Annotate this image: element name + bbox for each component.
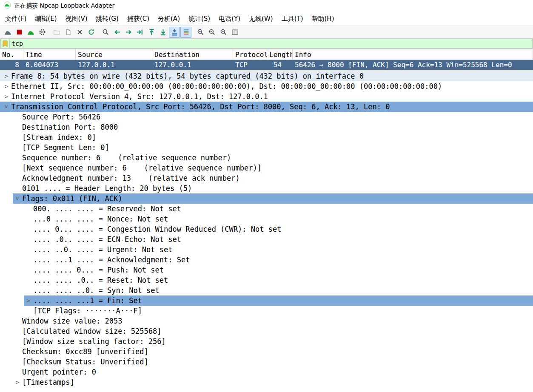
detail-row[interactable]: 0101 .... = Header Length: 20 bytes (5) [0,183,533,193]
detail-row[interactable]: Source Port: 56426 [0,112,533,122]
detail-row-body: Sequence number: 6 (relative sequence nu… [13,153,533,163]
close-file-button[interactable] [74,27,85,38]
bookmark-icon[interactable] [0,39,10,48]
chevron-right-icon[interactable]: > [13,377,22,387]
packet-details: >Frame 8: 54 bytes on wire (432 bits), 5… [0,71,533,392]
column-header-time[interactable]: Time [23,49,76,60]
go-first-packet-button[interactable] [146,27,157,38]
detail-row[interactable]: >Flags: 0x011 (FIN, ACK) [0,193,533,204]
go-forward-button[interactable] [123,27,134,38]
title-bar[interactable]: 正在捕获 Npcap Loopback Adapter [0,0,533,12]
detail-row-body: [Calculated window size: 525568] [13,326,533,336]
menu-go[interactable]: 跳转(G) [92,13,123,25]
column-header-length[interactable]: Length [267,49,293,60]
detail-row[interactable]: .... ...1 .... = Acknowledgment: Set [0,255,533,265]
open-file-button[interactable] [51,27,62,38]
column-header-destination[interactable]: Destination [152,49,233,60]
menu-edit[interactable]: 编辑(E) [31,13,61,25]
detail-row[interactable]: .... ..0. .... = Urgent: Not set [0,244,533,255]
detail-row[interactable]: [Calculated window size: 525568] [0,326,533,336]
column-header-protocol[interactable]: Protocol [233,49,267,60]
gear-icon [38,28,46,36]
start-capture-button[interactable] [2,27,13,38]
detail-row[interactable]: [Window size scaling factor: 256] [0,336,533,347]
detail-text: Ethernet II, Src: 00:00:00_00:00:00 (00:… [11,81,442,91]
packet-row[interactable]: 8 0.004073 127.0.0.1 127.0.0.1 TCP 54 56… [0,60,533,70]
detail-row[interactable]: Sequence number: 6 (relative sequence nu… [0,153,533,163]
detail-row[interactable]: [TCP Flags: ·······A···F] [0,306,533,316]
menu-statistics[interactable]: 统计(S) [184,13,214,25]
detail-row[interactable]: >Ethernet II, Src: 00:00:00_00:00:00 (00… [0,81,533,91]
menu-wireless[interactable]: 无线(W) [245,13,277,25]
zoom-out-button[interactable] [206,27,217,38]
menu-help[interactable]: 帮助(H) [308,13,339,25]
menu-capture[interactable]: 捕获(C) [123,13,154,25]
filter-input[interactable] [10,39,533,48]
detail-row[interactable]: .... .0.. .... = ECN-Echo: Not set [0,234,533,244]
go-back-button[interactable] [111,27,123,38]
indent-spacer [0,122,13,132]
save-file-button[interactable] [63,27,74,38]
auto-scroll-button[interactable] [169,27,180,38]
detail-row[interactable]: Urgent pointer: 0 [0,367,533,377]
menu-telephony[interactable]: 电话(Y) [214,13,245,25]
resize-columns-button[interactable] [229,27,240,38]
detail-row[interactable]: >[Timestamps] [0,377,533,387]
detail-text: .... .0.. .... = ECN-Echo: Not set [33,234,181,244]
detail-row[interactable]: Acknowledgment number: 13 (relative ack … [0,173,533,183]
indent-spacer [0,183,13,193]
zoom-in-button[interactable] [195,27,206,38]
column-header-source[interactable]: Source [76,49,152,60]
detail-row[interactable]: [Checksum Status: Unverified] [0,357,533,367]
detail-row[interactable]: Destination Port: 8000 [0,122,533,132]
chevron-right-icon[interactable]: > [24,295,33,306]
chevron-right-icon[interactable]: > [2,91,11,102]
detail-row[interactable]: >Frame 8: 54 bytes on wire (432 bits), 5… [0,71,533,81]
capture-options-button[interactable] [37,27,48,38]
arrow-to-top-icon [148,28,156,36]
detail-row[interactable]: >Transmission Control Protocol, Src Port… [0,102,533,112]
chevron-down-icon[interactable]: > [12,194,23,203]
resize-columns-icon [231,28,239,36]
detail-row[interactable]: .... .... ..0. = Syn: Not set [0,285,533,295]
indent-spacer [0,163,13,173]
find-packet-button[interactable] [100,27,111,38]
detail-row[interactable]: .... .... 0... = Push: Not set [0,265,533,275]
zoom-reset-button[interactable] [218,27,229,38]
chevron-down-icon[interactable]: > [1,102,11,111]
detail-row[interactable]: >Internet Protocol Version 4, Src: 127.0… [0,91,533,102]
go-last-packet-button[interactable] [157,27,168,38]
detail-row[interactable]: ...0 .... .... = Nonce: Not set [0,214,533,224]
colorize-button[interactable] [180,27,191,38]
detail-row[interactable]: 000. .... .... = Reserved: Not set [0,204,533,214]
column-header-no[interactable]: No. [0,49,23,60]
column-header-info[interactable]: Info [293,49,533,60]
chevron-right-icon[interactable]: > [2,71,11,81]
detail-row[interactable]: .... .... .0.. = Reset: Not set [0,275,533,285]
indent-spacer [0,132,13,142]
reload-button[interactable] [86,27,97,38]
indent-spacer [0,275,24,285]
detail-row-body: 0101 .... = Header Length: 20 bytes (5) [13,183,533,193]
detail-row-body: [TCP Segment Len: 0] [13,142,533,153]
detail-row[interactable]: [TCP Segment Len: 0] [0,142,533,153]
restart-capture-button[interactable] [25,27,36,38]
menu-tools[interactable]: 工具(T) [277,13,308,25]
detail-text: .... .... 0... = Push: Not set [33,265,164,275]
menu-view[interactable]: 视图(V) [61,13,92,25]
detail-row-body: >Internet Protocol Version 4, Src: 127.0… [2,91,533,102]
menu-analyze[interactable]: 分析(A) [154,13,184,25]
stop-capture-button[interactable] [14,27,25,38]
go-to-packet-button[interactable] [134,27,145,38]
detail-row[interactable]: Window size value: 2053 [0,316,533,326]
menu-file[interactable]: 文件(F) [1,13,31,25]
detail-row[interactable]: .... 0... .... = Congestion Window Reduc… [0,224,533,234]
detail-text: .... ...1 .... = Acknowledgment: Set [33,255,190,265]
detail-row[interactable]: [Stream index: 0] [0,132,533,142]
detail-row[interactable]: [Next sequence number: 6 (relative seque… [0,163,533,173]
detail-row[interactable]: Checksum: 0xcc89 [unverified] [0,347,533,357]
chevron-right-icon[interactable]: > [2,81,11,91]
detail-row[interactable]: >.... .... ...1 = Fin: Set [0,295,533,306]
detail-text: Checksum: 0xcc89 [unverified] [22,347,148,357]
detail-row-body: Source Port: 56426 [13,112,533,122]
